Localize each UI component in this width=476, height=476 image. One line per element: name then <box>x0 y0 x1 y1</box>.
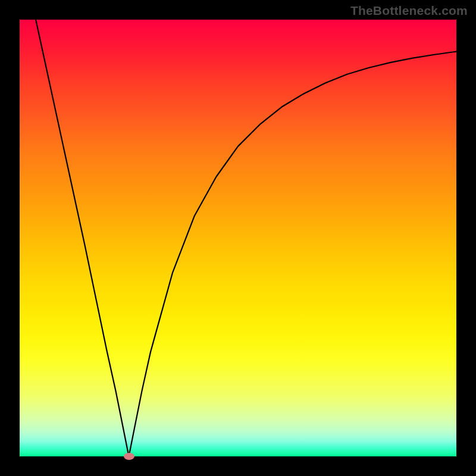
watermark-text: TheBottleneck.com <box>350 4 468 18</box>
bottleneck-curve <box>20 20 456 456</box>
chart-frame: TheBottleneck.com <box>0 0 476 476</box>
minimum-marker <box>124 453 134 460</box>
plot-area <box>20 20 456 456</box>
